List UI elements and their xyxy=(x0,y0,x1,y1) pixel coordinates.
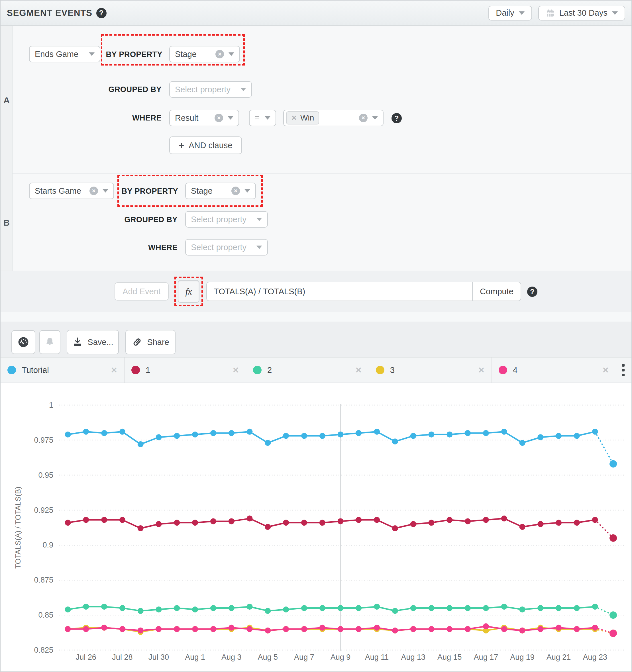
plus-icon: + xyxy=(179,140,184,151)
legend-tab-1[interactable]: 1 ✕ xyxy=(124,358,246,383)
svg-text:Aug 5: Aug 5 xyxy=(258,653,278,662)
chevron-down-icon xyxy=(372,116,378,120)
grouped-by-b-dropdown[interactable]: Select property xyxy=(185,211,268,227)
svg-text:0.825: 0.825 xyxy=(34,646,53,654)
chevron-down-icon xyxy=(229,52,234,56)
download-icon xyxy=(72,337,83,347)
chart-toolbar: Save... Share xyxy=(1,322,631,357)
legend-tab-label: 1 xyxy=(146,365,150,375)
svg-text:Aug 17: Aug 17 xyxy=(474,653,498,662)
grouped-by-b-placeholder: Select property xyxy=(191,215,252,224)
share-button[interactable]: Share xyxy=(125,330,175,354)
by-property-a-value: Stage xyxy=(175,50,211,59)
legend-tab-label: Tutorial xyxy=(22,365,49,375)
svg-text:Aug 1: Aug 1 xyxy=(185,653,205,662)
chevron-down-icon xyxy=(256,245,262,249)
segment-events-page: SEGMENT EVENTS ? Daily Last 30 Days A B xyxy=(0,0,632,672)
dashboard-button[interactable] xyxy=(11,330,35,354)
row-b-label: B xyxy=(1,218,13,227)
date-range-dropdown[interactable]: Last 30 Days xyxy=(538,6,625,21)
by-property-b-value: Stage xyxy=(191,186,227,196)
bell-icon xyxy=(44,336,55,348)
svg-text:Jul 30: Jul 30 xyxy=(148,653,169,662)
grouped-by-a-label: GROUPED BY xyxy=(104,85,162,94)
event-b-dropdown[interactable]: Starts Game ✕ xyxy=(29,183,114,199)
by-property-a-dropdown[interactable]: Stage ✕ xyxy=(169,46,240,63)
add-and-clause-button[interactable]: + AND clause xyxy=(169,137,242,154)
date-range-value: Last 30 Days xyxy=(559,8,608,18)
grouped-by-a-placeholder: Select property xyxy=(175,85,236,94)
clear-icon[interactable]: ✕ xyxy=(90,187,98,195)
formula-fx-button[interactable]: fx xyxy=(178,280,200,303)
series-color-dot xyxy=(376,366,384,374)
close-icon[interactable]: ✕ xyxy=(233,365,239,375)
close-icon[interactable]: ✕ xyxy=(602,365,609,375)
where-a-value-chip[interactable]: ✕ Win xyxy=(286,112,319,124)
clear-icon[interactable]: ✕ xyxy=(231,187,240,195)
row-rail: A B xyxy=(1,26,13,271)
add-event-button[interactable]: Add Event xyxy=(115,282,169,301)
legend-tab-tutorial[interactable]: Tutorial ✕ xyxy=(1,358,124,383)
legend-tabs: Tutorial ✕ 1 ✕ 2 ✕ 3 ✕ 4 ✕ xyxy=(1,357,631,383)
svg-text:Aug 7: Aug 7 xyxy=(294,653,314,662)
event-a-dropdown[interactable]: Ends Game xyxy=(29,46,100,63)
save-button[interactable]: Save... xyxy=(67,330,119,354)
close-icon[interactable]: ✕ xyxy=(355,365,362,375)
event-a-value: Ends Game xyxy=(35,50,84,59)
by-property-a-label: BY PROPERTY xyxy=(106,50,162,59)
where-b-dropdown[interactable]: Select property xyxy=(185,239,268,256)
granularity-value: Daily xyxy=(496,8,514,18)
svg-text:0.925: 0.925 xyxy=(34,506,53,514)
formula-input[interactable] xyxy=(206,282,472,301)
granularity-dropdown[interactable]: Daily xyxy=(488,6,532,21)
alert-button[interactable] xyxy=(39,330,61,354)
compute-button[interactable]: Compute xyxy=(472,282,521,301)
svg-text:0.85: 0.85 xyxy=(38,611,53,619)
close-icon[interactable]: ✕ xyxy=(111,365,117,375)
series-color-dot xyxy=(499,366,507,374)
legend-tab-label: 3 xyxy=(390,365,395,375)
line-chart[interactable]: 10.9750.950.9250.90.8750.850.825TOTALS(A… xyxy=(1,383,632,672)
svg-text:Aug 23: Aug 23 xyxy=(583,653,607,662)
legend-tab-4[interactable]: 4 ✕ xyxy=(492,358,616,383)
legend-tab-2[interactable]: 2 ✕ xyxy=(246,358,369,383)
gauge-icon xyxy=(17,336,30,349)
clear-icon[interactable]: ✕ xyxy=(215,50,224,58)
chevron-down-icon xyxy=(519,11,524,15)
grouped-by-b-label: GROUPED BY xyxy=(120,215,178,224)
svg-text:0.875: 0.875 xyxy=(34,576,53,584)
svg-text:Aug 13: Aug 13 xyxy=(401,653,425,662)
where-b-label: WHERE xyxy=(120,243,178,252)
legend-tab-label: 2 xyxy=(267,365,272,375)
close-icon[interactable]: ✕ xyxy=(478,365,485,375)
chevron-down-icon xyxy=(102,189,108,193)
where-a-operator-value: = xyxy=(255,113,260,123)
chevron-down-icon xyxy=(265,116,271,120)
by-property-b-dropdown[interactable]: Stage ✕ xyxy=(185,183,256,199)
legend-overflow-menu[interactable] xyxy=(615,358,631,383)
clear-icon[interactable]: ✕ xyxy=(359,114,368,122)
add-event-label: Add Event xyxy=(122,287,161,296)
formula-input-wrap xyxy=(206,282,472,301)
svg-text:0.95: 0.95 xyxy=(38,471,53,479)
legend-tab-3[interactable]: 3 ✕ xyxy=(369,358,492,383)
help-icon[interactable]: ? xyxy=(96,8,107,18)
where-a-label: WHERE xyxy=(104,114,162,122)
where-a-value-dropdown[interactable]: ✕ Win ✕ xyxy=(283,110,383,126)
svg-text:Jul 28: Jul 28 xyxy=(112,653,133,662)
link-icon xyxy=(132,337,142,347)
chevron-down-icon xyxy=(244,189,250,193)
kebab-menu-icon xyxy=(622,364,625,367)
where-a-property-dropdown[interactable]: Result ✕ xyxy=(169,110,239,126)
clear-icon[interactable]: ✕ xyxy=(215,114,223,122)
header-bar: SEGMENT EVENTS ? Daily Last 30 Days xyxy=(1,1,631,26)
calendar-icon xyxy=(546,8,555,18)
svg-text:1: 1 xyxy=(49,401,53,409)
line-chart-svg[interactable]: 10.9750.950.9250.90.8750.850.825TOTALS(A… xyxy=(1,383,632,672)
where-help-icon[interactable]: ? xyxy=(392,113,402,123)
grouped-by-a-dropdown[interactable]: Select property xyxy=(169,81,252,98)
where-a-operator-dropdown[interactable]: = xyxy=(249,110,276,126)
remove-value-icon[interactable]: ✕ xyxy=(291,114,297,122)
section-gap xyxy=(1,312,631,322)
formula-help-icon[interactable]: ? xyxy=(527,287,537,297)
